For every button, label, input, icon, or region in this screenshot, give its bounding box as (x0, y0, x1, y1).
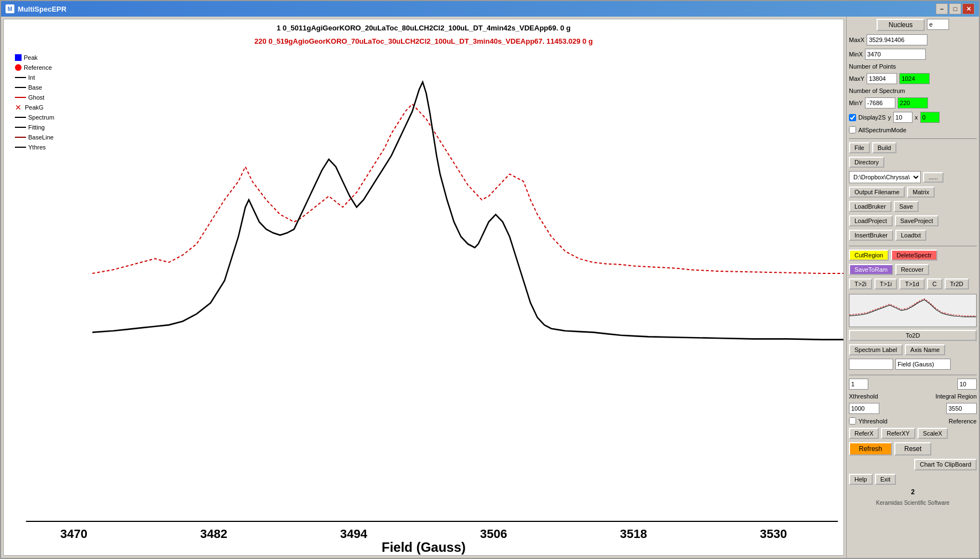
legend-int-label: Int (28, 73, 35, 82)
app-icon: M (6, 4, 14, 13)
legend-ghost-label: Ghost (28, 92, 44, 102)
loadtxt-button[interactable]: Loadtxt (895, 230, 926, 241)
output-matrix-row: Output Filename Matrix (849, 187, 977, 198)
exit-button[interactable]: Exit (875, 474, 896, 485)
maxy-input[interactable] (867, 73, 897, 84)
xthresh-labels-row: Xthreshold Integral Region (849, 393, 977, 400)
xthresh-high-input[interactable] (946, 403, 977, 414)
save-button[interactable]: Save (894, 201, 919, 212)
right-panel: Nucleus MaxX MinX Number of Points MaxY (846, 17, 979, 558)
xthresh-low-input[interactable] (849, 403, 879, 414)
legend-baseline-label: BaseLine (28, 132, 54, 142)
peak-color (15, 54, 22, 61)
x-axis (26, 521, 838, 522)
footer-label: Keramidas Scientific Software (849, 500, 977, 506)
minx-row: MinX (849, 49, 977, 60)
baseline-line (15, 137, 26, 138)
saveproject-button[interactable]: SaveProject (895, 215, 939, 226)
x-input[interactable] (920, 112, 940, 123)
project-row: LoadProject SaveProject (849, 215, 977, 226)
t2i-button[interactable]: T>2i (849, 278, 872, 289)
directory-row: Directory (849, 157, 977, 168)
tr2d-button[interactable]: Tr2D (945, 278, 969, 289)
titlebar-controls: – □ ✕ (936, 3, 974, 14)
close-button[interactable]: ✕ (962, 3, 974, 14)
miny-input[interactable] (865, 97, 895, 108)
file-button[interactable]: File (849, 142, 870, 153)
num-points-input[interactable] (899, 73, 930, 84)
saveto-ram-button[interactable]: SaveToRam (849, 264, 893, 275)
directory-combo[interactable]: D:\Dropbox\Chryssa\New folde (849, 171, 921, 183)
reset-button[interactable]: Reset (894, 442, 931, 456)
t1i-button[interactable]: T>1i (874, 278, 898, 289)
minimize-button[interactable]: – (936, 3, 948, 14)
legend-base: Base (15, 82, 54, 92)
chart-to-clipboard-button[interactable]: Chart To ClipBoard (914, 459, 977, 470)
directory-button[interactable]: Directory (849, 157, 884, 168)
nucleus-input[interactable] (927, 19, 949, 30)
matrix-button[interactable]: Matrix (907, 187, 935, 198)
xthresh-start-input[interactable] (849, 379, 868, 390)
num-spectrum-row: Number of Spectrum (849, 87, 977, 94)
x-label-2: 3494 (340, 527, 367, 541)
insertbruker-button[interactable]: InsertBruker (849, 230, 893, 241)
divider-1 (849, 138, 977, 139)
load-save-row: LoadBruker Save (849, 201, 977, 212)
spectrum-label-input[interactable] (849, 359, 893, 370)
legend-peakg: ✕ PeakG (15, 102, 54, 112)
loadbruker-button[interactable]: LoadBruker (849, 201, 892, 212)
titlebar-left: M MultiSpecEPR (6, 4, 66, 13)
dir-input-row: D:\Dropbox\Chryssa\New folde ...... (849, 171, 977, 183)
titlebar: M MultiSpecEPR – □ ✕ (1, 1, 979, 17)
num-spectrum-label: Number of Spectrum (849, 87, 977, 94)
minx-input[interactable] (865, 49, 926, 60)
build-button[interactable]: Build (872, 142, 896, 153)
display2s-checkbox[interactable] (849, 114, 856, 121)
ghost-line (15, 97, 26, 98)
x-label-5: 3530 (760, 527, 787, 541)
scalex-button[interactable]: ScaleX (918, 428, 948, 439)
t1d-button[interactable]: T>1d (899, 278, 924, 289)
legend-spectrum-label: Spectrum (28, 112, 54, 122)
xthresh-end-input[interactable] (957, 379, 977, 390)
maximize-button[interactable]: □ (949, 3, 961, 14)
divider-2 (849, 246, 977, 246)
base-line (15, 87, 26, 88)
xthreshold-label: Xthreshold (849, 393, 878, 400)
spectrum-label-button[interactable]: Spectrum Label (849, 344, 903, 355)
refresh-button[interactable]: Refresh (849, 442, 892, 456)
legend-fitting: Fitting (15, 122, 54, 132)
y-input[interactable] (893, 112, 913, 123)
allspectrummode-row: AllSpectrumMode (849, 126, 977, 133)
cutregion-button[interactable]: CutRegion (849, 250, 889, 261)
num-spectrum-input[interactable] (898, 97, 928, 108)
c-button[interactable]: C (927, 278, 942, 289)
red-spectrum-line (92, 104, 843, 273)
window-title: MultiSpecEPR (18, 5, 66, 13)
black-spectrum-line (92, 82, 843, 340)
referx-button[interactable]: ReferX (849, 428, 879, 439)
browse-button[interactable]: ...... (923, 172, 943, 183)
referxy-button[interactable]: ReferXY (881, 428, 915, 439)
x-label-1: 3482 (200, 527, 227, 541)
legend-base-label: Base (28, 82, 42, 92)
ythreshold-label: Ythreshold (858, 418, 888, 425)
legend-reference-label: Reference (24, 63, 52, 73)
recover-button[interactable]: Recover (895, 264, 929, 275)
axis-name-input[interactable] (895, 359, 951, 370)
maxx-input[interactable] (867, 34, 927, 45)
miny-label: MinY (849, 100, 863, 106)
to2d-button[interactable]: To2D (849, 330, 977, 341)
chart-area: 1 0_5011gAgiGeorKORO_20uLaToc_80uLCH2Cl2… (3, 19, 844, 556)
deletespectr-button[interactable]: DeleteSpectr (891, 250, 937, 261)
loadproject-button[interactable]: LoadProject (849, 215, 893, 226)
clipboard-row: Chart To ClipBoard (849, 459, 977, 470)
legend-peakg-label: PeakG (25, 102, 44, 112)
nucleus-button[interactable]: Nucleus (877, 19, 925, 31)
ythreshold-checkbox[interactable] (849, 417, 856, 425)
axis-name-button[interactable]: Axis Name (905, 344, 945, 355)
allspectrummode-checkbox[interactable] (849, 126, 856, 133)
output-filename-button[interactable]: Output Filename (849, 187, 905, 198)
preview-svg (849, 294, 976, 327)
help-button[interactable]: Help (849, 474, 873, 485)
